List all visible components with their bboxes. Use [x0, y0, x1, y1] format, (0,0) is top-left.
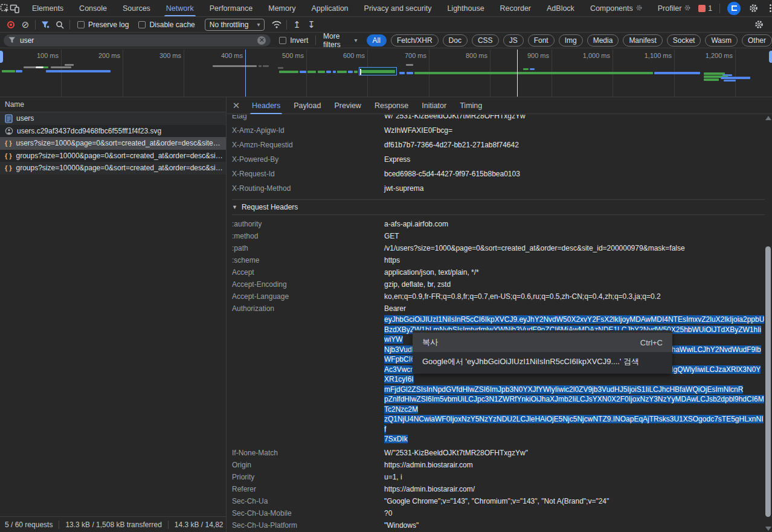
tab-recorder[interactable]: Recorder — [492, 0, 539, 16]
filter-text-input[interactable]: user ✕ — [4, 34, 271, 46]
triangle-down-icon: ▼ — [232, 204, 237, 210]
jwt-token-line: eyJhbGciOiJIUzI1NiIsInR5cCI6IkpXVCJ9.eyJ… — [384, 315, 765, 325]
tab-network[interactable]: Network — [158, 0, 202, 16]
context-menu-copy[interactable]: 복사 Ctrl+C — [413, 333, 672, 352]
settings-gear-icon[interactable] — [745, 1, 761, 16]
request-row[interactable]: users.c29af3437dcd9468fbc6f55fff1f4f23.s… — [0, 125, 226, 138]
filter-chip-img[interactable]: Img — [559, 34, 583, 46]
kebab-menu-icon[interactable] — [766, 4, 772, 12]
request-name: groups?size=10000&page=0&sort=created_at… — [16, 152, 226, 160]
requests-panel: Name users users.c29af3437dcd9468fbc6f55… — [0, 97, 227, 516]
context-menu-google-search[interactable]: Google에서 'eyJhbGciOiJIUzI1NiIsInR5cCI6Ik… — [413, 352, 672, 371]
throttling-select[interactable]: No throttling ▾ — [205, 19, 265, 31]
header-row: Accept-Encoding gzip, deflate, br, zstd — [232, 278, 765, 290]
tab-response[interactable]: Response — [368, 97, 415, 114]
filter-chip-other[interactable]: Other — [742, 34, 772, 46]
filter-chip-font[interactable]: Font — [528, 34, 555, 46]
filter-chip-all[interactable]: All — [367, 34, 387, 46]
tick-label: 200 ms — [62, 52, 120, 59]
chevron-down-icon: ▾ — [257, 21, 260, 28]
request-row[interactable]: users — [0, 112, 226, 125]
clear-network-log-button[interactable]: ⊘ — [18, 18, 33, 31]
tab-profiler[interactable]: Profiler — [650, 0, 699, 16]
network-conditions-icon[interactable] — [269, 18, 284, 31]
device-toolbar-icon[interactable] — [10, 1, 19, 16]
tab-sources[interactable]: Sources — [115, 0, 158, 16]
filter-chip-doc[interactable]: Doc — [443, 34, 468, 46]
funnel-icon — [8, 37, 16, 43]
overview-right-handle[interactable] — [769, 51, 772, 63]
request-name: users — [16, 114, 226, 123]
tab-privacy-security[interactable]: Privacy and security — [356, 0, 440, 16]
export-har-icon[interactable]: ↧ — [304, 18, 318, 31]
document-icon — [5, 114, 13, 123]
tab-performance[interactable]: Performance — [202, 0, 261, 16]
filter-chip-media[interactable]: Media — [587, 34, 619, 46]
tick-label: 600 ms — [307, 52, 365, 59]
selected-request-overview-bar — [359, 67, 397, 75]
issues-counter[interactable]: 1 — [698, 4, 712, 13]
request-detail-panel: ✕ Headers Payload Preview Response Initi… — [227, 97, 772, 532]
overview-left-handle[interactable] — [0, 51, 3, 63]
tab-initiator[interactable]: Initiator — [415, 97, 453, 114]
scroll-up-arrow[interactable] — [765, 116, 771, 120]
import-har-icon[interactable]: ↥ — [289, 18, 304, 31]
tick-label: 500 ms — [246, 52, 304, 59]
invert-checkbox[interactable]: Invert — [279, 36, 308, 45]
network-overview-timeline[interactable]: 100 ms 200 ms 300 ms 400 ms 500 ms 600 m… — [0, 48, 772, 97]
filter-icon[interactable] — [38, 18, 53, 31]
tab-adblock[interactable]: AdBlock — [539, 0, 582, 16]
tab-lighthouse[interactable]: Lighthouse — [439, 0, 492, 16]
scroll-down-arrow[interactable] — [765, 527, 771, 531]
shortcut-label: Ctrl+C — [640, 338, 663, 347]
filter-chip-manifest[interactable]: Manifest — [623, 34, 662, 46]
network-settings-gear-icon[interactable] — [751, 18, 766, 31]
header-row: Origin https://admin.biostarair.com — [232, 459, 765, 471]
filter-chip-css[interactable]: CSS — [472, 34, 499, 46]
clear-filter-icon[interactable]: ✕ — [257, 36, 266, 45]
image-icon — [5, 127, 13, 135]
tab-elements[interactable]: Elements — [24, 0, 71, 16]
checkbox[interactable] — [77, 21, 85, 28]
checkbox[interactable] — [138, 21, 146, 28]
filter-chip-wasm[interactable]: Wasm — [705, 34, 738, 46]
filter-chip-fetchxhr[interactable]: Fetch/XHR — [391, 34, 439, 46]
tab-headers[interactable]: Headers — [245, 97, 287, 114]
network-filter-bar: user ✕ Invert More filters ▾ All Fetch/X… — [0, 33, 772, 48]
tab-timing[interactable]: Timing — [453, 97, 489, 114]
fetch-braces-icon: { } — [5, 164, 12, 171]
request-row-selected[interactable]: { } users?size=1000&page=0&sort=created_… — [0, 137, 226, 150]
filter-chip-js[interactable]: JS — [503, 34, 524, 46]
close-icon[interactable]: ✕ — [227, 100, 245, 111]
record-button[interactable] — [4, 18, 18, 31]
checkbox[interactable] — [279, 37, 286, 44]
search-icon[interactable] — [53, 18, 67, 31]
bearer-prefix: Bearer — [384, 303, 765, 315]
request-row[interactable]: { } groups?size=10000&page=0&sort=create… — [0, 150, 226, 162]
issues-count: 1 — [708, 4, 712, 13]
more-filters-dropdown[interactable]: More filters ▾ — [323, 32, 358, 49]
fetch-braces-icon: { } — [5, 139, 12, 147]
inspect-element-icon[interactable] — [0, 1, 10, 16]
disable-cache-checkbox[interactable]: Disable cache — [138, 21, 195, 29]
tab-console[interactable]: Console — [71, 0, 115, 16]
divider — [286, 20, 287, 30]
vertical-scrollbar[interactable] — [764, 115, 772, 532]
tab-application[interactable]: Application — [303, 0, 356, 16]
tab-components[interactable]: Components — [582, 0, 650, 16]
column-header-name[interactable]: Name — [0, 97, 226, 112]
divider — [35, 20, 36, 30]
request-headers-section-toggle[interactable]: ▼ Request Headers — [232, 199, 765, 215]
tab-preview[interactable]: Preview — [327, 97, 367, 114]
tab-memory[interactable]: Memory — [260, 0, 303, 16]
extension-button[interactable] — [727, 2, 741, 15]
preserve-log-checkbox[interactable]: Preserve log — [77, 21, 129, 29]
tab-payload[interactable]: Payload — [287, 97, 327, 114]
jwt-token-line: pZnlfdHlwZSI6Im5vbmUiLCJpc3N1ZWRfYnkiOiJ… — [384, 394, 765, 414]
extension-glyph — [732, 5, 737, 11]
request-name: users.c29af3437dcd9468fbc6f55fff1f4f23.s… — [17, 127, 226, 135]
request-row[interactable]: { } groups?size=10000&page=0&sort=create… — [0, 162, 226, 175]
filter-chip-socket[interactable]: Socket — [667, 34, 701, 46]
extension-panel-icon — [684, 4, 690, 13]
scrollbar-thumb[interactable] — [765, 246, 771, 517]
